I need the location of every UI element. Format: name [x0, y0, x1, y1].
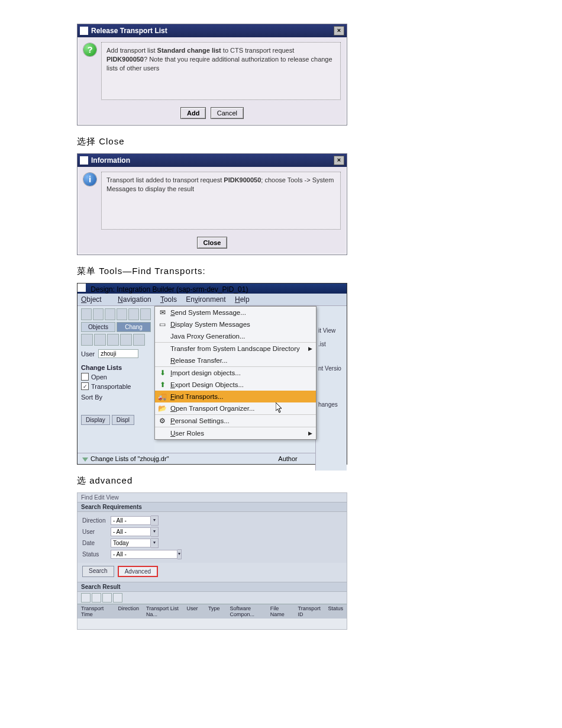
open-label: Open: [91, 373, 107, 381]
search-result-title: Search Result: [77, 582, 347, 592]
direction-label: Direction: [82, 517, 107, 524]
col-file-name[interactable]: File Name: [267, 605, 295, 617]
search-requirements-title: Search Requirements: [77, 502, 347, 512]
result-columns: Transport Time Direction Transport List …: [77, 604, 347, 619]
close-icon[interactable]: ×: [334, 26, 344, 36]
menu-help[interactable]: Help: [235, 295, 250, 304]
tool-button[interactable]: [81, 308, 92, 320]
tool-button[interactable]: [81, 593, 91, 603]
result-empty-row: [77, 619, 347, 629]
user-input[interactable]: [98, 349, 138, 358]
ft-menubar[interactable]: Find Edit View: [77, 493, 347, 502]
tool-button[interactable]: [102, 593, 112, 603]
result-toolbar: [77, 592, 347, 604]
info-icon: i: [83, 173, 96, 186]
col-user[interactable]: User: [183, 605, 205, 617]
col-type[interactable]: Type: [205, 605, 227, 617]
menu-display-system-messages[interactable]: ▭Display System Messages: [155, 318, 316, 330]
close-button[interactable]: Close: [197, 237, 228, 249]
msg-req: PIDK900050: [106, 56, 144, 63]
footer-bar: Change Lists of "zhoujg.dr" Author zhouj…: [77, 453, 347, 464]
menu-object[interactable]: Object: [81, 295, 109, 304]
tool-button[interactable]: [107, 334, 119, 346]
window-title: Design: Integration Builder (sap-srm-dev…: [91, 285, 248, 294]
direction-input[interactable]: [111, 516, 151, 525]
folder-icon: 📂: [158, 404, 167, 413]
tool-button[interactable]: [120, 334, 132, 346]
dropdown-icon[interactable]: ▾: [151, 538, 159, 548]
tool-button[interactable]: [105, 308, 115, 320]
menu-navigation[interactable]: Navigation: [118, 295, 151, 304]
tool-button[interactable]: [133, 334, 145, 346]
menu-environment[interactable]: Environment: [186, 295, 225, 304]
menu-user-roles[interactable]: User Roles▶: [155, 427, 316, 439]
status-input[interactable]: [111, 550, 177, 559]
col-transport-list[interactable]: Transport List Na...: [143, 605, 183, 617]
menu-find-transports[interactable]: 🚚Find Transports...: [155, 391, 316, 402]
transportable-checkbox[interactable]: ✓Transportable: [81, 382, 151, 390]
toolbar-row-2: [81, 334, 151, 346]
menu-release-transfer[interactable]: Release Transfer...: [155, 355, 316, 366]
sortby-label: Sort By: [81, 394, 151, 401]
tool-button[interactable]: [113, 593, 122, 603]
menu-import-design[interactable]: ⬇Import design objects...: [155, 366, 316, 379]
author-label: Author: [278, 455, 297, 462]
tool-button[interactable]: [128, 308, 139, 320]
col-transport-id[interactable]: Transport ID: [294, 605, 324, 617]
display-button[interactable]: Display: [81, 415, 110, 425]
cancel-button[interactable]: Cancel: [211, 107, 244, 119]
tool-button[interactable]: [117, 308, 127, 320]
information-dialog: Information × i Transport list added to …: [77, 153, 347, 255]
footer-left: Change Lists of "zhoujg.dr": [91, 455, 169, 462]
date-input[interactable]: [111, 539, 151, 547]
menu-label: Java Proxy Generation...: [170, 333, 246, 340]
tool-button[interactable]: [93, 308, 104, 320]
dialog-title: Information: [91, 156, 130, 165]
dialog-message: Add transport list Standard change list …: [101, 42, 341, 100]
dialog-titlebar: Release Transport List ×: [77, 24, 347, 37]
dropdown-icon[interactable]: ▾: [177, 549, 182, 559]
user-label: User: [81, 350, 95, 357]
dialog-message: Transport list added to transport reques…: [101, 172, 341, 230]
menu-open-transport-organizer[interactable]: 📂Open Transport Organizer...: [155, 402, 316, 414]
search-button[interactable]: Search: [82, 566, 114, 577]
displ-button[interactable]: Displ: [112, 415, 134, 425]
caption-advanced: 选 advanced: [77, 475, 485, 487]
app-icon: [80, 27, 88, 35]
col-direction[interactable]: Direction: [115, 605, 143, 617]
msg-part: to CTS transport request: [221, 47, 295, 54]
open-checkbox[interactable]: Open: [81, 373, 151, 381]
right-text: .ist: [316, 337, 347, 351]
add-button[interactable]: Add: [180, 107, 206, 119]
menu-tools[interactable]: Tools: [160, 295, 177, 304]
menu-export-design[interactable]: ⬆Export Design Objects...: [155, 379, 316, 391]
menu-transfer-sld[interactable]: Transfer from System Landscape Directory…: [155, 342, 316, 355]
release-transport-dialog: Release Transport List × ? Add transport…: [77, 24, 347, 125]
col-status[interactable]: Status: [324, 605, 347, 617]
menu-send-system-message[interactable]: ✉Send System Message...: [155, 307, 316, 318]
col-software-comp[interactable]: Software Compon...: [226, 605, 266, 617]
app-icon: [80, 156, 88, 165]
menu-java-proxy[interactable]: Java Proxy Generation...: [155, 330, 316, 342]
advanced-button[interactable]: Advanced: [118, 566, 158, 577]
tool-button[interactable]: [140, 308, 151, 320]
tool-button[interactable]: [94, 334, 106, 346]
msg-part: Add transport list: [106, 47, 157, 54]
col-transport-time[interactable]: Transport Time: [77, 605, 115, 617]
tab-objects[interactable]: Objects: [81, 322, 115, 332]
right-strip: it View .ist nt Versio hanges: [315, 306, 347, 471]
caption-tools-menu: 菜单 Tools—Find Transports:: [77, 266, 485, 277]
menu-personal-settings[interactable]: ⚙Personal Settings...: [155, 414, 316, 427]
dropdown-icon[interactable]: ▾: [151, 516, 159, 526]
export-icon: ⬆: [158, 381, 167, 389]
user-input[interactable]: [111, 527, 151, 536]
tools-dropdown-menu: ✉Send System Message... ▭Display System …: [154, 306, 316, 440]
tab-change[interactable]: Chang: [117, 322, 151, 332]
close-icon[interactable]: ×: [334, 156, 344, 165]
transportable-label: Transportable: [91, 383, 131, 390]
integration-builder-window: Design: Integration Builder (sap-srm-dev…: [77, 283, 347, 465]
tool-button[interactable]: [81, 334, 93, 346]
dropdown-icon[interactable]: ▾: [151, 527, 159, 537]
tool-button[interactable]: [92, 593, 101, 603]
msg-bold: Standard change list: [157, 47, 221, 54]
